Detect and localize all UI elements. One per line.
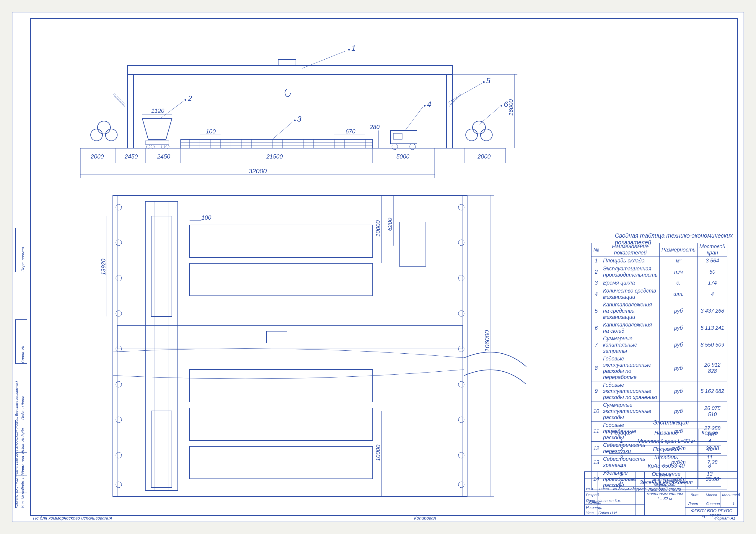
svg-text:5: 5 bbox=[486, 76, 491, 85]
svg-line-47 bbox=[272, 121, 293, 139]
table-row: 5Капиталовложения на средства механизаци… bbox=[591, 301, 727, 321]
svg-point-33 bbox=[410, 144, 416, 150]
svg-text:1120: 1120 bbox=[151, 107, 165, 114]
svg-text:2450: 2450 bbox=[124, 153, 138, 160]
svg-text:4: 4 bbox=[427, 100, 431, 109]
svg-text:2000: 2000 bbox=[477, 153, 491, 160]
svg-rect-9 bbox=[181, 139, 373, 148]
svg-line-49 bbox=[405, 107, 423, 130]
table-row: 9Годовые эксплуатационные расходы по хра… bbox=[591, 381, 727, 401]
svg-rect-109 bbox=[145, 201, 178, 491]
svg-text:6200: 6200 bbox=[387, 218, 393, 231]
explication-caption: Экспликация bbox=[653, 419, 689, 426]
svg-rect-117 bbox=[190, 408, 373, 441]
svg-point-96 bbox=[116, 381, 122, 387]
svg-point-46 bbox=[185, 99, 186, 101]
svg-point-50 bbox=[424, 105, 425, 107]
svg-text:670: 670 bbox=[345, 128, 355, 135]
svg-text:10000: 10000 bbox=[375, 220, 381, 237]
svg-point-101 bbox=[458, 240, 464, 246]
svg-point-97 bbox=[116, 417, 122, 423]
svg-point-102 bbox=[458, 275, 464, 281]
svg-rect-116 bbox=[190, 370, 373, 402]
svg-point-108 bbox=[458, 482, 464, 488]
table-row: 2Полувагон40 bbox=[609, 445, 721, 454]
table-row: 1Площадь складам²3 564 bbox=[591, 257, 727, 265]
svg-text:100: 100 bbox=[202, 214, 211, 221]
left-margin: Инв. № подл. Подп. и дата Взам. инв. № И… bbox=[13, 13, 30, 521]
svg-point-34 bbox=[97, 121, 110, 134]
svg-point-91 bbox=[116, 204, 122, 210]
svg-text:100: 100 bbox=[206, 128, 216, 135]
svg-rect-115 bbox=[190, 263, 373, 296]
noncommercial: Не для коммерческого использования bbox=[33, 516, 112, 521]
svg-rect-89 bbox=[113, 196, 467, 496]
svg-rect-114 bbox=[190, 225, 373, 257]
elevation-drawing: 1 2 3 4 5 6 2000 2450 2450 21500 5000 20… bbox=[36, 30, 538, 187]
svg-rect-4 bbox=[145, 141, 169, 144]
plan-drawing: 100 13920 10000 6200 10000 106000 bbox=[36, 187, 538, 511]
svg-line-51 bbox=[448, 83, 482, 102]
table-row: 2Эксплуатационная производительностьт/ч5… bbox=[591, 265, 727, 279]
svg-text:10000: 10000 bbox=[375, 444, 381, 461]
table-row: 1Мостовой кран L=32 м4 bbox=[609, 437, 721, 445]
svg-point-107 bbox=[458, 452, 464, 458]
svg-text:5000: 5000 bbox=[396, 153, 410, 160]
svg-rect-120 bbox=[266, 331, 287, 343]
svg-rect-118 bbox=[190, 446, 373, 479]
svg-text:3: 3 bbox=[297, 115, 302, 123]
svg-text:2000: 2000 bbox=[90, 153, 104, 160]
svg-point-39 bbox=[466, 129, 477, 141]
svg-text:32000: 32000 bbox=[249, 167, 267, 175]
table-row: 10Суммарные эксплуатационные расходыруб2… bbox=[591, 401, 727, 421]
svg-point-106 bbox=[458, 417, 464, 423]
svg-point-93 bbox=[116, 275, 122, 281]
svg-text:106000: 106000 bbox=[483, 330, 491, 352]
table-row: 8Годовые эксплуатационные расходы по пер… bbox=[591, 355, 727, 381]
svg-point-35 bbox=[91, 129, 102, 141]
table-row: 4КрАЗ-65053-408 bbox=[609, 462, 721, 470]
svg-point-48 bbox=[294, 120, 296, 121]
svg-point-52 bbox=[483, 81, 485, 83]
svg-point-40 bbox=[480, 129, 492, 141]
svg-point-94 bbox=[116, 310, 122, 316]
svg-point-100 bbox=[458, 204, 464, 210]
svg-point-32 bbox=[392, 144, 398, 150]
svg-text:16000: 16000 bbox=[508, 99, 514, 116]
svg-text:280: 280 bbox=[369, 124, 379, 130]
table-row: 3Штабель11 bbox=[609, 454, 721, 462]
svg-point-99 bbox=[116, 482, 122, 488]
svg-text:2450: 2450 bbox=[157, 153, 170, 160]
svg-text:21500: 21500 bbox=[266, 153, 283, 160]
title-block: Изм. Лист № докум. Подп. Дата Разраб. Пр… bbox=[584, 471, 738, 516]
svg-line-53 bbox=[479, 107, 500, 124]
svg-rect-2 bbox=[278, 60, 296, 66]
svg-point-98 bbox=[116, 452, 122, 458]
svg-rect-31 bbox=[393, 133, 402, 139]
table-row: 3Время циклас.174 bbox=[591, 279, 727, 287]
svg-point-38 bbox=[472, 121, 485, 134]
copied-label: Копировал bbox=[414, 516, 436, 521]
table-row: 6Капиталовложения на складруб5 113 241 bbox=[591, 321, 727, 335]
svg-text:2: 2 bbox=[188, 94, 192, 103]
svg-point-103 bbox=[458, 310, 464, 316]
svg-point-44 bbox=[348, 49, 350, 50]
svg-rect-30 bbox=[391, 130, 417, 144]
svg-point-92 bbox=[116, 240, 122, 246]
svg-text:1: 1 bbox=[351, 44, 356, 53]
svg-rect-121 bbox=[399, 222, 426, 266]
svg-point-105 bbox=[458, 381, 464, 387]
table-row: 4Количество средств механизациишт.4 bbox=[591, 287, 727, 301]
svg-point-54 bbox=[500, 105, 502, 107]
svg-point-36 bbox=[105, 129, 117, 141]
table-row: 7Суммарные капитальные затратыруб8 550 5… bbox=[591, 335, 727, 355]
svg-text:13920: 13920 bbox=[100, 258, 107, 275]
